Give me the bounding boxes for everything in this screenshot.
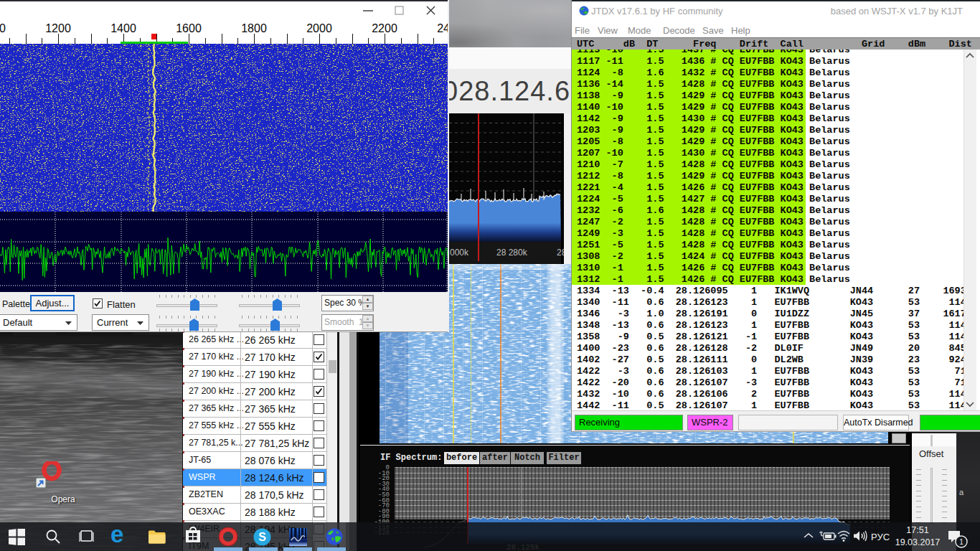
svg-text:1: 1 (959, 538, 963, 546)
svg-text:S: S (258, 531, 266, 543)
